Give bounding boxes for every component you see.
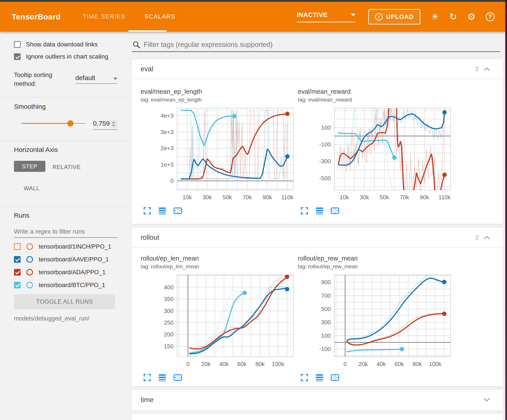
expand-chart-icon[interactable] <box>143 373 151 381</box>
runs-table-icon[interactable] <box>316 373 324 381</box>
status-dropdown[interactable]: INACTIVE <box>297 11 355 22</box>
tab-scalars[interactable]: SCALARS <box>145 13 176 20</box>
axis-option-relative[interactable]: RELATIVE <box>52 164 81 171</box>
section-header-rollout[interactable]: rollout 2 <box>132 228 503 248</box>
svg-text:0: 0 <box>186 361 190 367</box>
axis-option-step[interactable]: STEP <box>14 161 45 172</box>
fit-domain-icon[interactable] <box>173 373 182 381</box>
run-row-btc[interactable]: tensorboard/BTC/PPO_1 <box>14 280 105 290</box>
expand-chart-icon[interactable] <box>300 207 308 215</box>
chevron-down-icon[interactable] <box>484 398 490 402</box>
run-row-ada[interactable]: tensorboard/ADA/PPO_1 <box>14 267 106 277</box>
axis-option-wall[interactable]: WALL <box>24 185 40 192</box>
app-header: TensorBoard TIME SERIES SCALARS INACTIVE… <box>0 2 505 32</box>
chart-canvas-rollout-ep-len-mean[interactable]: 020k40k60k80k100k150200250300350400 <box>141 273 296 368</box>
svg-text:40k: 40k <box>377 361 386 367</box>
runs-table-icon[interactable] <box>316 207 324 215</box>
settings-gear-icon[interactable]: ⚙ <box>467 12 476 21</box>
svg-text:90k: 90k <box>420 194 429 201</box>
chart-canvas-rollout-ep-rew-mean[interactable]: 020k40k60k80k100k-100100300500700900 <box>298 273 453 368</box>
show-download-links-row[interactable]: Show data download links <box>14 41 98 48</box>
run-color-circle[interactable] <box>26 256 33 263</box>
svg-text:60k: 60k <box>394 361 404 367</box>
chart-card-rollout-ep-rew-mean: rollout/ep_rew_mean tag: rollout/ep_rew_… <box>298 255 453 381</box>
fit-domain-icon[interactable] <box>173 207 182 215</box>
ignore-outliers-row[interactable]: Ignore outliers in chart scaling <box>14 53 108 60</box>
runs-table-icon[interactable] <box>158 373 166 381</box>
upload-button[interactable]: i UPLOAD <box>368 9 420 25</box>
refresh-icon[interactable]: ↻ <box>449 12 457 21</box>
run-color-circle[interactable] <box>26 282 33 289</box>
fit-domain-icon[interactable] <box>331 373 339 381</box>
runs-table-icon[interactable] <box>158 207 166 215</box>
chart-card-eval-mean-reward: eval/mean_reward tag: eval/mean_reward 1… <box>298 88 453 215</box>
svg-text:900: 900 <box>321 279 331 286</box>
run-checkbox[interactable] <box>14 256 21 263</box>
run-row-1inch[interactable]: tensorboard/1INCH/PPO_1 <box>14 242 111 251</box>
settings-sidebar: Show data download links Ignore outliers… <box>0 32 131 420</box>
fit-domain-icon[interactable] <box>331 207 339 215</box>
browser-top-strip <box>0 0 505 2</box>
smoothing-value-input[interactable]: 0.759 <box>93 120 110 127</box>
chart-tag: tag: rollout/ep_len_mean <box>141 263 296 270</box>
section-header-time[interactable]: time <box>132 390 503 410</box>
expand-chart-icon[interactable] <box>143 207 151 215</box>
tooltip-sorting-value: default <box>75 74 95 82</box>
svg-text:-100: -100 <box>319 141 331 148</box>
run-row-aave[interactable]: tensorboard/AAVE/PPO_1 <box>14 255 109 264</box>
expand-chart-icon[interactable] <box>300 373 308 381</box>
chevron-up-icon[interactable] <box>484 67 490 71</box>
app-title: TensorBoard <box>12 12 61 21</box>
run-checkbox[interactable] <box>14 243 21 250</box>
smoothing-slider-fill <box>21 123 70 124</box>
svg-text:50k: 50k <box>380 194 389 201</box>
active-tab-indicator <box>128 30 167 32</box>
chart-canvas-eval-mean-reward[interactable]: 10k30k50k70k90k110k100-100-300-500 <box>298 106 453 201</box>
run-checkbox[interactable] <box>14 269 21 275</box>
checkbox-label: Show data download links <box>26 41 98 48</box>
svg-text:0: 0 <box>170 178 174 184</box>
run-color-circle[interactable] <box>26 269 33 275</box>
stepper-up-icon[interactable] <box>112 121 115 124</box>
svg-text:100: 100 <box>321 124 331 131</box>
stepper-down-icon[interactable] <box>112 125 115 127</box>
toggle-all-runs-button[interactable]: TOGGLE ALL RUNS <box>14 294 115 309</box>
chart-toolbar <box>300 207 453 215</box>
chart-tag: tag: rollout/ep_rew_mean <box>298 263 453 270</box>
input-underline <box>93 129 118 130</box>
checkbox-ignore-outliers[interactable] <box>14 53 21 60</box>
smoothing-stepper[interactable] <box>110 120 118 129</box>
svg-text:3e+3: 3e+3 <box>161 129 174 135</box>
chart-canvas-eval-mean-ep-length[interactable]: 10k30k50k70k90k110k01e+32e+33e+34e+3 <box>141 106 296 201</box>
svg-text:50k: 50k <box>223 194 232 201</box>
svg-text:200: 200 <box>164 331 174 338</box>
smoothing-slider-thumb[interactable] <box>67 120 73 126</box>
tag-filter-input[interactable] <box>144 41 500 49</box>
section-header-eval[interactable]: eval 2 <box>132 59 503 79</box>
runs-label: Runs <box>14 212 29 219</box>
section-title: eval <box>141 65 153 73</box>
svg-text:30k: 30k <box>203 194 212 201</box>
chart-title: eval/mean_reward <box>298 88 453 95</box>
help-icon[interactable]: ? <box>486 12 495 21</box>
run-label: tensorboard/AAVE/PPO_1 <box>39 256 109 263</box>
checkbox-show-download-links[interactable] <box>14 41 21 48</box>
svg-text:300: 300 <box>321 319 331 326</box>
run-checkbox[interactable] <box>14 282 21 289</box>
svg-text:700: 700 <box>321 292 331 299</box>
divider <box>0 141 131 141</box>
upload-button-label: UPLOAD <box>386 13 414 20</box>
svg-text:500: 500 <box>321 306 331 312</box>
chart-tag: tag: eval/mean_ep_length <box>141 97 296 103</box>
tab-time-series[interactable]: TIME SERIES <box>83 13 126 20</box>
svg-text:250: 250 <box>164 319 174 326</box>
run-color-circle[interactable] <box>26 243 33 250</box>
brightness-icon[interactable]: ☀ <box>431 12 439 21</box>
chevron-down-icon <box>113 78 117 80</box>
runs-filter-input[interactable] <box>14 226 117 238</box>
chart-title: rollout/ep_rew_mean <box>298 255 453 262</box>
chevron-up-icon[interactable] <box>484 235 490 240</box>
tooltip-sorting-dropdown[interactable]: default <box>75 74 117 84</box>
svg-text:40k: 40k <box>219 361 229 367</box>
svg-text:10k: 10k <box>340 194 349 201</box>
